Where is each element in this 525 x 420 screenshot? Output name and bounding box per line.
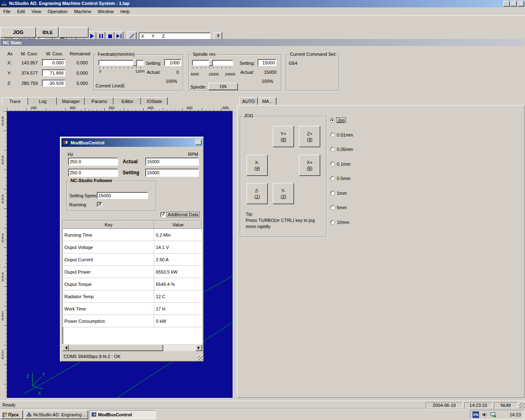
radio-005mm-label[interactable]: 0.05mm xyxy=(337,147,353,152)
task-button-ncstudio[interactable]: NcStudio AD. Engraving ... xyxy=(25,410,88,419)
setting-speed-field[interactable]: 15000 xyxy=(97,192,148,199)
coords-col-machine: M. Coor. xyxy=(19,51,40,56)
minimize-button[interactable]: _ xyxy=(503,1,510,7)
table-row[interactable]: Radiator Temp 12 C xyxy=(63,290,202,303)
table-header-value[interactable]: Value xyxy=(154,221,202,229)
radio-01mm-label[interactable]: 0.1mm xyxy=(337,162,351,167)
table-cell-value: 6553.5 kW xyxy=(154,266,202,278)
tab-params[interactable]: Params xyxy=(85,97,114,105)
additional-data-label[interactable]: Additional Data xyxy=(167,212,199,217)
dialog-title-bar[interactable]: ModBusControl × xyxy=(62,138,203,147)
scroll-thumb[interactable] xyxy=(69,345,163,351)
radio-5mm-label[interactable]: 5mm xyxy=(337,205,347,210)
table-row[interactable]: Running Time 0.2 Min xyxy=(63,229,202,241)
window-resize-grip[interactable] xyxy=(519,403,524,408)
menu-operation[interactable]: Operation xyxy=(44,8,71,15)
jog-x-plus-button[interactable]: X+ (6) xyxy=(299,155,320,176)
scroll-left-button[interactable] xyxy=(62,345,69,351)
radio-001mm[interactable] xyxy=(330,132,335,137)
jog-button-label: Z+ xyxy=(307,131,312,137)
radio-1mm[interactable] xyxy=(330,191,335,196)
radio-10mm-label[interactable]: 10mm xyxy=(337,220,349,225)
table-row[interactable]: Ouput Torque 6549.4 % xyxy=(63,278,202,290)
dialog-resize-grip[interactable] xyxy=(198,356,203,361)
rpm-actual-field[interactable]: 15000 xyxy=(145,158,199,166)
table-row[interactable]: Ouput Power 6553.5 kW xyxy=(63,266,202,278)
rpm-setting-field[interactable]: 15000 xyxy=(145,169,199,177)
jog-z-plus-button[interactable]: Z+ (9) xyxy=(299,126,320,147)
dialog-close-button[interactable]: × xyxy=(195,139,202,145)
tab-log[interactable]: Log xyxy=(28,97,57,105)
network-icon[interactable] xyxy=(490,412,496,418)
radio-01mm[interactable] xyxy=(330,162,335,167)
radio-005mm[interactable] xyxy=(330,147,335,152)
tab-auto[interactable]: AUTO xyxy=(239,97,258,105)
step-bar-icon xyxy=(121,34,121,38)
horizontal-ruler: 250 300 350 400 450 500 xyxy=(7,105,233,111)
jog-button-key: (4) xyxy=(254,165,260,171)
task-button-modbus[interactable]: ModBusControl xyxy=(89,410,156,419)
table-cell-key: Power Consumption xyxy=(63,315,154,327)
jog-y-minus-button[interactable]: Y- (2) xyxy=(273,183,294,204)
tab-editor[interactable]: Editor xyxy=(114,97,141,105)
title-bar: NcStudio AD. Engraving Machine Control S… xyxy=(0,0,525,7)
menu-help[interactable]: Help xyxy=(117,8,133,15)
spindle-slider-thumb[interactable] xyxy=(209,59,213,66)
ruler-h-tick: 300 xyxy=(66,106,79,110)
radio-jog-label[interactable]: Jog xyxy=(337,118,346,123)
jog-z-minus-button[interactable]: Z- (1) xyxy=(247,183,268,204)
table-row[interactable]: Ouput Voltage 14.1 V xyxy=(63,241,202,253)
menu-edit[interactable]: Edit xyxy=(14,8,28,15)
table-cell-value: 6549.4 % xyxy=(154,278,202,290)
command-group: Current Command Set: xyxy=(286,55,339,91)
volume-icon[interactable] xyxy=(482,412,488,418)
tab-trace[interactable]: Trace xyxy=(2,97,28,105)
jog-x-minus-button[interactable]: X- (4) xyxy=(247,155,268,176)
jog-button-key: (2) xyxy=(281,194,286,199)
start-button[interactable]: Пуск xyxy=(1,410,23,419)
radio-5mm[interactable] xyxy=(330,205,335,210)
tab-iostate[interactable]: IOState xyxy=(141,97,168,105)
menu-window[interactable]: Window xyxy=(94,8,117,15)
feedrate-actual-value: 0 xyxy=(168,70,179,75)
jog-y-plus-button[interactable]: Y+ (8) xyxy=(273,126,294,147)
menu-file[interactable]: File xyxy=(0,8,14,15)
jog-group-title: JOG xyxy=(243,113,255,119)
close-button[interactable]: × xyxy=(518,1,524,7)
window-title: NcStudio AD. Engraving Machine Control S… xyxy=(9,1,130,6)
maximize-button[interactable]: □ xyxy=(510,1,517,7)
mode-jog-box[interactable]: JOG xyxy=(0,27,36,38)
axis-z-work: -30.928 xyxy=(42,80,65,87)
table-header-key[interactable]: Key xyxy=(63,221,154,229)
jog-tip-line2: more rapidly xyxy=(246,224,271,229)
language-indicator[interactable]: EN xyxy=(472,411,479,418)
additional-data-checkbox[interactable] xyxy=(160,212,166,217)
radio-05mm-label[interactable]: 0.5mm xyxy=(337,176,351,181)
table-cell-value: 2.50 A xyxy=(154,253,202,265)
menu-machine[interactable]: Machine xyxy=(71,8,95,15)
spindle-setting-field[interactable]: 15000 xyxy=(258,59,276,66)
radio-05mm[interactable] xyxy=(330,176,335,181)
freq-actual-field[interactable]: 250.0 xyxy=(68,158,118,166)
ruler-v-tick: 350 xyxy=(2,233,5,243)
radio-001mm-label[interactable]: 0.01mm xyxy=(337,132,353,137)
feedrate-slider-thumb[interactable] xyxy=(133,59,137,66)
scroll-right-button[interactable] xyxy=(196,345,202,351)
freq-setting-field[interactable]: 250.0 xyxy=(68,169,118,177)
tab-manager[interactable]: Manager xyxy=(57,97,85,105)
task-label: ModBusControl xyxy=(98,412,132,417)
table-row[interactable]: Ouput Current 2.50 A xyxy=(63,253,202,266)
axis-y-work: 71.899 xyxy=(42,69,65,76)
tab-manual[interactable]: MA... xyxy=(258,97,276,105)
table-row[interactable]: Work Time 17 H xyxy=(63,303,202,315)
menu-view[interactable]: View xyxy=(28,8,45,15)
radio-10mm[interactable] xyxy=(330,220,335,225)
running-checkbox[interactable] xyxy=(97,202,102,207)
radio-jog[interactable] xyxy=(330,118,335,123)
table-row[interactable]: Power Consumption 0 kW xyxy=(63,315,202,327)
play-icon xyxy=(90,34,96,39)
radio-1mm-label[interactable]: 1mm xyxy=(337,191,347,196)
spindle-on-button[interactable]: ON xyxy=(208,83,238,90)
jog-tip-title: Tip: xyxy=(246,212,253,217)
feedrate-setting-field[interactable]: 1000 xyxy=(164,59,181,66)
